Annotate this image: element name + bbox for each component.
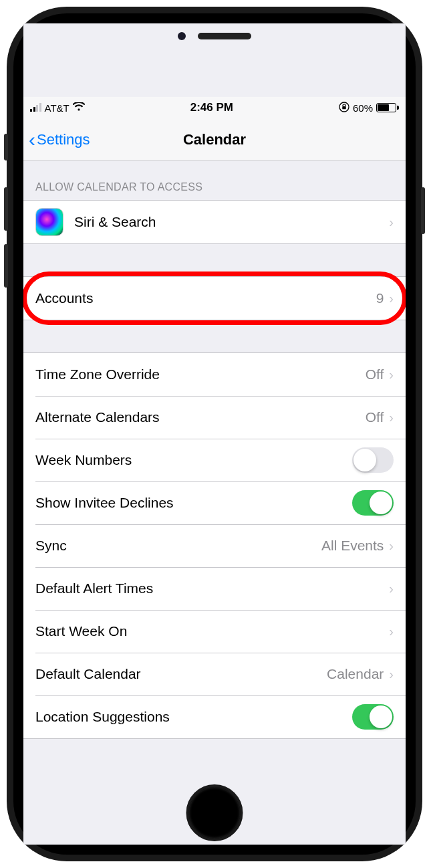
back-button[interactable]: ‹ Settings [29, 130, 90, 150]
phone-sensors [178, 32, 251, 40]
chevron-right-icon: › [389, 538, 394, 554]
row-time-zone-override[interactable]: Time Zone Override Off › [23, 353, 406, 396]
row-location-suggestions[interactable]: Location Suggestions [23, 695, 406, 738]
chevron-right-icon: › [389, 291, 394, 306]
group-accounts: Accounts 9 › [23, 276, 406, 320]
power-button [421, 187, 425, 234]
nav-bar: ‹ Settings Calendar [23, 118, 406, 161]
row-label: Week Numbers [35, 452, 352, 468]
row-week-numbers[interactable]: Week Numbers [23, 439, 406, 481]
row-show-invitee-declines[interactable]: Show Invitee Declines [23, 481, 406, 524]
screen: AT&T 2:46 PM 60% [23, 23, 406, 845]
wifi-icon [73, 102, 85, 113]
row-accounts[interactable]: Accounts 9 › [23, 277, 406, 320]
status-bar: AT&T 2:46 PM 60% [23, 97, 406, 118]
row-value: All Events [321, 538, 384, 554]
row-value: Calendar [327, 666, 384, 682]
group-access: Siri & Search › [23, 200, 406, 244]
chevron-right-icon: › [389, 367, 394, 383]
row-value: 9 [376, 290, 384, 306]
front-camera [178, 32, 186, 40]
chevron-right-icon: › [389, 624, 394, 639]
clock: 2:46 PM [190, 101, 233, 114]
mute-switch [4, 134, 8, 160]
row-alternate-calendars[interactable]: Alternate Calendars Off › [23, 396, 406, 439]
row-label: Default Calendar [35, 666, 327, 682]
signal-strength-icon [30, 104, 41, 112]
chevron-left-icon: ‹ [29, 130, 35, 150]
battery-icon [376, 103, 399, 112]
volume-down-button [4, 244, 8, 288]
row-label: Accounts [35, 290, 376, 306]
row-default-alert-times[interactable]: Default Alert Times › [23, 567, 406, 610]
orientation-lock-icon [339, 102, 349, 114]
page-title: Calendar [183, 131, 246, 148]
toggle-show-invitee-declines[interactable] [352, 490, 394, 516]
chevron-right-icon: › [389, 215, 394, 230]
row-siri-search[interactable]: Siri & Search › [23, 201, 406, 243]
row-label: Location Suggestions [35, 709, 352, 725]
chevron-right-icon: › [389, 581, 394, 596]
row-value: Off [366, 409, 384, 425]
row-value: Off [366, 366, 384, 383]
row-label: Sync [35, 538, 321, 554]
row-sync[interactable]: Sync All Events › [23, 524, 406, 567]
earpiece-speaker [198, 33, 251, 39]
chevron-right-icon: › [389, 667, 394, 682]
row-label: Time Zone Override [35, 366, 366, 383]
toggle-week-numbers[interactable] [352, 447, 394, 473]
svg-rect-1 [342, 106, 345, 109]
carrier-label: AT&T [45, 102, 69, 114]
battery-percent: 60% [353, 102, 373, 114]
row-default-calendar[interactable]: Default Calendar Calendar › [23, 653, 406, 695]
volume-up-button [4, 187, 8, 231]
phone-frame: AT&T 2:46 PM 60% [7, 7, 422, 861]
row-label: Start Week On [35, 623, 389, 639]
home-button[interactable] [186, 784, 243, 841]
toggle-location-suggestions[interactable] [352, 704, 394, 730]
row-label: Default Alert Times [35, 580, 389, 596]
chevron-right-icon: › [389, 410, 394, 425]
settings-content: ALLOW CALENDAR TO ACCESS Siri & Search › [23, 161, 406, 768]
section-header-access: ALLOW CALENDAR TO ACCESS [23, 161, 406, 200]
row-start-week-on[interactable]: Start Week On › [23, 610, 406, 653]
row-label: Siri & Search [74, 214, 389, 230]
group-calendar-settings: Time Zone Override Off › Alternate Calen… [23, 352, 406, 739]
siri-icon [35, 208, 63, 236]
row-label: Alternate Calendars [35, 409, 366, 425]
back-label: Settings [37, 131, 90, 148]
row-label: Show Invitee Declines [35, 495, 352, 511]
